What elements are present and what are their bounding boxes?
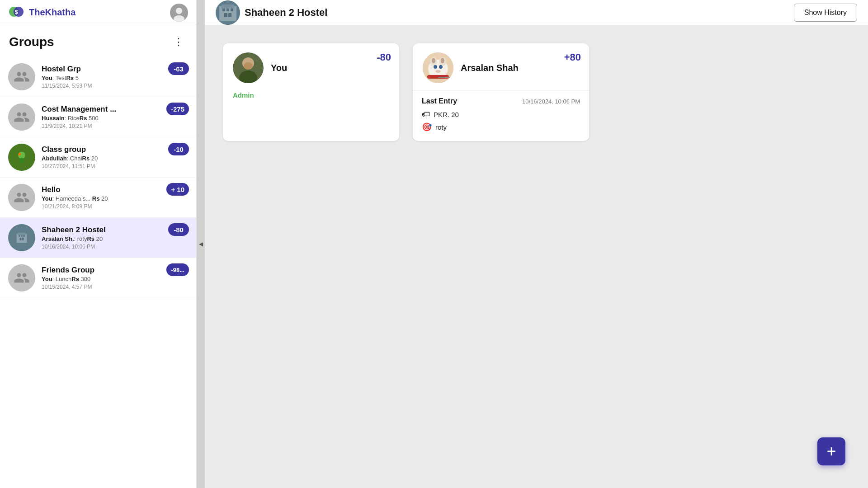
group-last-class-group: Abdullah: ChaiRs 20 (42, 155, 188, 162)
svg-point-9 (19, 158, 24, 163)
group-avatar-cost-management (8, 103, 35, 131)
group-name-shaheen-2-hostel: Shaheen 2 Hostel (42, 225, 188, 235)
member-avatar-arsalan-shah (423, 52, 453, 83)
badge-shaheen-2-hostel: -80 (168, 223, 189, 236)
svg-rect-22 (228, 13, 231, 17)
group-avatar-hello (8, 184, 35, 211)
group-last-cost-management: Hussain: RiceRs 500 (42, 115, 188, 122)
svg-point-34 (432, 58, 435, 63)
add-entry-button[interactable]: + (817, 437, 845, 465)
group-item-cost-management[interactable]: Cost Management ... Hussain: RiceRs 500 … (0, 97, 196, 137)
svg-rect-23 (222, 9, 225, 11)
svg-rect-17 (23, 235, 24, 236)
group-name-class-group: Class group (42, 145, 188, 154)
group-item-shaheen-2-hostel[interactable]: Shaheen 2 Hostel Arsalan Sh.: rotyRs 20 … (0, 218, 196, 258)
member-avatar-you (233, 52, 264, 83)
price-tag-icon: 🏷 (422, 110, 430, 119)
chat-group-name: Shaheen 2 Hostel (245, 7, 789, 19)
left-panel: $ TheKhatha Groups ⋮ (0, 0, 197, 488)
svg-rect-15 (19, 235, 20, 236)
last-entry-header: Last Entry 10/16/2024, 10:06 PM (422, 97, 580, 105)
member-balance-you: -80 (377, 52, 391, 63)
badge-class-group: -10 (168, 143, 189, 155)
last-entry-label: Last Entry (422, 97, 457, 105)
last-entry-description: roty (435, 123, 447, 131)
groups-title: Groups (9, 35, 54, 49)
group-info-hostel-grp: Hostel Grp You: TestRs 5 11/15/2024, 5:5… (42, 65, 188, 89)
group-date-shaheen-2-hostel: 10/16/2024, 10:06 PM (42, 244, 188, 250)
collapse-toggle[interactable]: ◀ (197, 0, 205, 488)
svg-point-35 (441, 58, 444, 63)
group-last-friends-group: You: LunchRs 300 (42, 276, 188, 282)
more-menu-button[interactable]: ⋮ (170, 34, 187, 50)
last-entry-section-arsalan-shah: Last Entry 10/16/2024, 10:06 PM 🏷 PKR. 2… (413, 90, 589, 141)
group-name-hostel-grp: Hostel Grp (42, 65, 188, 74)
badge-hostel-grp: -63 (168, 62, 189, 75)
group-item-hello[interactable]: Hello You: Hameeda s... Rs 20 10/21/2024… (0, 178, 196, 218)
group-list: Hostel Grp You: TestRs 5 11/15/2024, 5:5… (0, 57, 196, 488)
svg-point-29 (244, 62, 253, 70)
badge-hello: + 10 (166, 183, 189, 196)
group-last-hostel-grp: You: TestRs 5 (42, 75, 188, 81)
user-avatar-topbar[interactable] (170, 4, 188, 22)
svg-rect-20 (222, 5, 234, 9)
svg-point-8 (19, 153, 21, 155)
member-name-arsalan-shah: Arsalan Shah (461, 63, 579, 73)
group-info-shaheen-2-hostel: Shaheen 2 Hostel Arsalan Sh.: rotyRs 20 … (42, 225, 188, 250)
svg-point-36 (434, 65, 437, 69)
svg-rect-21 (224, 13, 227, 17)
target-icon: 🎯 (422, 122, 432, 132)
group-last-shaheen-2-hostel: Arsalan Sh.: rotyRs 20 (42, 235, 188, 242)
chat-group-avatar (216, 0, 240, 25)
group-date-hostel-grp: 11/15/2024, 5:53 PM (42, 83, 188, 89)
group-item-class-group[interactable]: Class group Abdullah: ChaiRs 20 10/27/20… (0, 137, 196, 178)
group-date-cost-management: 11/9/2024, 10:21 PM (42, 123, 188, 129)
right-panel: Shaheen 2 Hostel Show History (205, 0, 868, 488)
chat-header: Shaheen 2 Hostel Show History (205, 0, 868, 25)
group-info-class-group: Class group Abdullah: ChaiRs 20 10/27/20… (42, 145, 188, 169)
group-date-friends-group: 10/15/2024, 4:57 PM (42, 284, 188, 290)
member-card-top-arsalan-shah: Arsalan Shah +80 (413, 43, 589, 90)
svg-rect-14 (22, 238, 24, 240)
badge-friends-group: -98... (166, 263, 189, 276)
group-date-hello: 10/21/2024, 8:09 PM (42, 203, 188, 210)
member-balance-arsalan-shah: +80 (564, 52, 581, 63)
member-card-you: You -80 Admin (223, 43, 399, 141)
group-item-friends-group[interactable]: Friends Group You: LunchRs 300 10/15/202… (0, 258, 196, 298)
sidebar-header: Groups ⋮ (0, 25, 196, 57)
last-entry-amount: PKR. 20 (434, 111, 459, 118)
member-role-you: Admin (223, 90, 399, 104)
logo-icon: $ (8, 4, 24, 22)
svg-rect-24 (226, 9, 229, 11)
group-avatar-friends-group (8, 264, 35, 291)
show-history-button[interactable]: Show History (794, 4, 857, 22)
last-entry-date: 10/16/2024, 10:06 PM (522, 98, 580, 105)
group-date-class-group: 10/27/2024, 11:51 PM (42, 163, 188, 169)
collapse-arrow-icon: ◀ (199, 241, 203, 247)
badge-cost-management: -275 (166, 103, 189, 115)
group-item-hostel-grp[interactable]: Hostel Grp You: TestRs 5 11/15/2024, 5:5… (0, 57, 196, 97)
svg-rect-13 (19, 238, 21, 240)
svg-rect-16 (21, 235, 22, 236)
group-avatar-hostel-grp (8, 63, 35, 90)
svg-point-4 (176, 8, 182, 14)
last-entry-desc-row: 🎯 roty (422, 122, 580, 132)
svg-rect-25 (231, 9, 233, 11)
left-topbar: $ TheKhatha (0, 0, 196, 25)
member-card-arsalan-shah: Arsalan Shah +80 Last Entry 10/16/2024, … (413, 43, 589, 141)
svg-point-38 (435, 70, 441, 73)
cards-area: You -80 Admin (205, 25, 868, 488)
svg-rect-12 (18, 233, 26, 235)
member-card-top-you: You -80 (223, 43, 399, 90)
group-avatar-class-group (8, 144, 35, 171)
last-entry-amount-row: 🏷 PKR. 20 (422, 110, 580, 119)
svg-point-37 (439, 65, 443, 69)
svg-text:$: $ (14, 9, 18, 15)
group-last-hello: You: Hameeda s... Rs 20 (42, 195, 188, 202)
group-avatar-shaheen-2-hostel (8, 224, 35, 251)
app-title: TheKhatha (29, 7, 75, 18)
member-name-you: You (271, 63, 389, 73)
